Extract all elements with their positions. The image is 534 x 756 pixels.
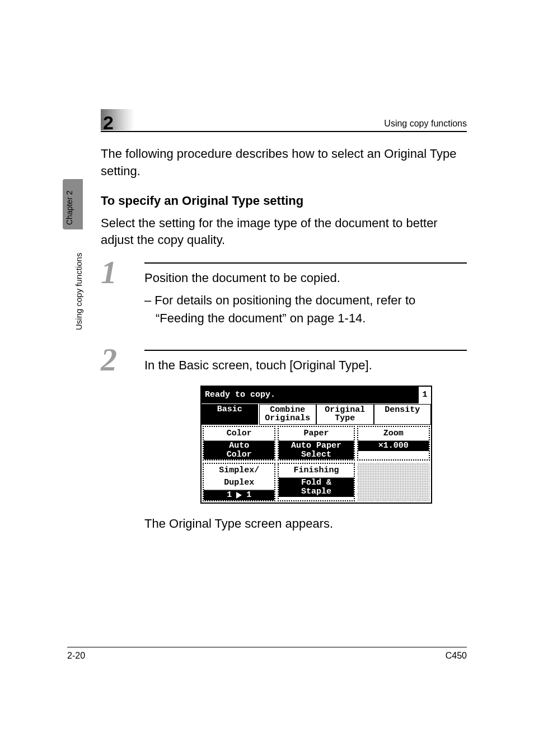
heading-paragraph: Select the setting for the image type of… bbox=[101, 215, 467, 250]
finishing-label: Finishing bbox=[279, 464, 353, 478]
zoom-value: ×1.000 bbox=[358, 441, 429, 451]
simplex-value: 1 1 bbox=[204, 490, 274, 500]
side-tab-label: Chapter 2 bbox=[65, 191, 74, 225]
step-rule bbox=[144, 262, 467, 264]
fold-staple-value: Fold & Staple bbox=[279, 478, 353, 497]
status-text: Ready to copy. bbox=[202, 387, 419, 403]
tab-row: Basic Combine Originals Original Type De… bbox=[202, 403, 431, 425]
disabled-area bbox=[357, 463, 430, 501]
side-section-label: Using copy functions bbox=[74, 253, 83, 330]
step-1-text: Position the document to be copied. bbox=[144, 269, 467, 287]
zoom-button[interactable]: Zoom ×1.000 bbox=[357, 426, 430, 461]
page: 2 Using copy functions Chapter 2 Using c… bbox=[0, 0, 534, 756]
step-body: Position the document to be copied. – Fo… bbox=[144, 269, 467, 327]
color-button[interactable]: Color Auto Color bbox=[203, 426, 275, 461]
step-2-text: In the Basic screen, touch [Original Typ… bbox=[144, 356, 467, 374]
step-2-after: The Original Type screen appears. bbox=[144, 515, 467, 533]
step-1-subtext: – For details on positioning the documen… bbox=[144, 292, 467, 327]
zoom-label: Zoom bbox=[358, 427, 429, 441]
simplex-right: 1 bbox=[246, 491, 251, 500]
tab-original-type[interactable]: Original Type bbox=[316, 404, 374, 425]
section-heading: To specify an Original Type setting bbox=[101, 194, 467, 208]
copy-count: 1 bbox=[419, 387, 431, 403]
step-1: 1 Position the document to be copied. – … bbox=[101, 262, 467, 327]
page-number: 2-20 bbox=[67, 651, 85, 661]
paper-label: Paper bbox=[279, 427, 353, 441]
running-header: Using copy functions bbox=[384, 119, 467, 129]
step-number: 2 bbox=[101, 341, 117, 378]
tab-combine-originals[interactable]: Combine Originals bbox=[259, 404, 317, 425]
settings-grid: Color Auto Color Paper Auto Paper Select… bbox=[202, 425, 431, 503]
paper-value: Auto Paper Select bbox=[279, 441, 353, 460]
header-rule bbox=[101, 131, 467, 132]
tab-basic[interactable]: Basic bbox=[202, 404, 259, 425]
tab-density[interactable]: Density bbox=[374, 404, 432, 425]
step-number: 1 bbox=[101, 253, 117, 291]
color-label: Color bbox=[204, 427, 274, 441]
page-footer: 2-20 C450 bbox=[67, 647, 467, 661]
intro-paragraph: The following procedure describes how to… bbox=[101, 145, 467, 180]
step-2: 2 In the Basic screen, touch [Original T… bbox=[101, 350, 467, 533]
device-screen: Ready to copy. 1 Basic Combine Originals… bbox=[200, 386, 432, 504]
model-label: C450 bbox=[446, 651, 467, 661]
simplex-left: 1 bbox=[227, 491, 232, 500]
step-rule bbox=[144, 350, 467, 351]
status-bar: Ready to copy. 1 bbox=[202, 387, 431, 403]
simplex-duplex-button[interactable]: Simplex/ Duplex 1 1 bbox=[203, 463, 275, 501]
content-area: The following procedure describes how to… bbox=[101, 145, 467, 532]
finishing-button[interactable]: Finishing Fold & Staple bbox=[278, 463, 354, 501]
paper-button[interactable]: Paper Auto Paper Select bbox=[278, 426, 354, 461]
simplex-label: Simplex/ Duplex bbox=[204, 464, 274, 490]
step-body: In the Basic screen, touch [Original Typ… bbox=[144, 356, 467, 533]
color-value: Auto Color bbox=[204, 441, 274, 460]
arrow-right-icon bbox=[236, 492, 242, 499]
